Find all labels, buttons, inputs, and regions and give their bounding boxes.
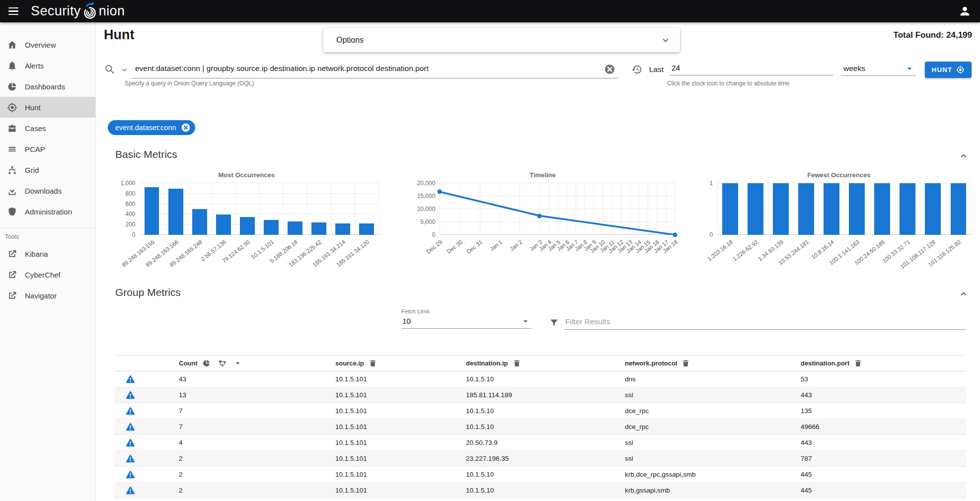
sidebar-item-overview[interactable]: Overview: [0, 34, 95, 55]
cell-destination-ip[interactable]: 185.81.114.189: [456, 391, 615, 399]
cell-source-ip[interactable]: 10.1.5.101: [325, 487, 456, 494]
warning-triangle-icon[interactable]: [125, 374, 136, 384]
warning-triangle-icon[interactable]: [125, 453, 136, 464]
table-row[interactable]: 410.1.5.10120.50.73.9ssl443: [114, 435, 966, 451]
warning-triangle-icon[interactable]: [125, 485, 136, 496]
cell-count[interactable]: 7: [169, 423, 325, 430]
bar-10.53.244.181[interactable]: [798, 183, 814, 235]
table-row[interactable]: 710.1.5.10110.1.5.10dce_rpc49666: [114, 419, 966, 435]
cell-network-protocol[interactable]: dce_rpc: [615, 423, 791, 430]
bar-1.226.62.92[interactable]: [748, 183, 763, 235]
cell-destination-ip[interactable]: 10.1.5.10: [456, 407, 615, 415]
sidebar-item-administration[interactable]: Administration: [0, 201, 95, 222]
bar-1.203.16.18[interactable]: [722, 183, 738, 235]
column-header-destination-ip[interactable]: destination.ip: [456, 359, 615, 367]
remove-column-icon[interactable]: [854, 359, 862, 367]
cell-network-protocol[interactable]: ssl: [615, 439, 791, 446]
cell-destination-ip[interactable]: 23.227.196.35: [456, 455, 615, 462]
cell-network-protocol[interactable]: krb,dce_rpc,gssapi,smb: [615, 471, 791, 478]
warning-triangle-icon[interactable]: [125, 422, 136, 432]
filter-results-input[interactable]: [564, 316, 966, 330]
sidebar-item-grid[interactable]: Grid: [0, 159, 95, 180]
cell-destination-port[interactable]: 443: [791, 391, 966, 399]
column-header-destination-port[interactable]: destination.port: [791, 359, 966, 367]
cell-count[interactable]: 7: [169, 407, 325, 415]
bar-5.188.206.18[interactable]: [288, 221, 302, 235]
bar-2.56.57.136[interactable]: [216, 215, 231, 235]
bar-1.34.93.139[interactable]: [773, 183, 789, 235]
sidebar-item-cases[interactable]: Cases: [0, 118, 95, 139]
cell-network-protocol[interactable]: ssl: [615, 455, 791, 462]
filter-chip[interactable]: event.dataset:conn: [108, 120, 195, 135]
bar-185.191.34.214[interactable]: [335, 223, 350, 235]
cell-destination-ip[interactable]: 10.1.5.10: [456, 471, 615, 478]
table-row[interactable]: 210.1.5.10110.1.5.10krb,dce_rpc,gssapi,s…: [114, 467, 966, 483]
user-account-icon[interactable]: [959, 5, 971, 17]
bar-101.116.125.80[interactable]: [951, 183, 967, 235]
hunt-button[interactable]: HUNT: [925, 62, 972, 78]
bar-89.248.163.155[interactable]: [145, 187, 159, 235]
bar-183.136.225.42[interactable]: [311, 222, 326, 235]
table-row[interactable]: 210.1.5.10110.1.5.10krb,gssapi,smb445: [114, 483, 966, 499]
cell-source-ip[interactable]: 10.1.5.101: [325, 423, 456, 430]
table-row[interactable]: 210.1.5.10123.227.196.35ssl787: [114, 451, 966, 467]
bar-79.124.62.90[interactable]: [240, 217, 255, 235]
remove-column-icon[interactable]: [513, 359, 521, 367]
cell-source-ip[interactable]: 10.1.5.101: [325, 391, 456, 399]
menu-icon[interactable]: [0, 7, 27, 15]
sidebar-item-pcap[interactable]: PCAP: [0, 139, 95, 159]
cell-destination-port[interactable]: 443: [791, 439, 966, 446]
cell-destination-ip[interactable]: 20.50.73.9: [456, 439, 615, 446]
cell-network-protocol[interactable]: dns: [615, 375, 791, 383]
column-header-network-protocol[interactable]: network.protocol: [615, 359, 791, 367]
sidebar-item-hunt[interactable]: Hunt: [0, 97, 95, 118]
sidebar-item-alerts[interactable]: Alerts: [0, 55, 95, 76]
cell-destination-port[interactable]: 787: [791, 455, 966, 462]
cell-destination-port[interactable]: 445: [791, 487, 966, 494]
remove-column-icon[interactable]: [369, 359, 377, 367]
warning-triangle-icon[interactable]: [125, 390, 136, 400]
cell-destination-ip[interactable]: 10.1.5.10: [456, 423, 615, 430]
fetch-limit-select[interactable]: 10: [401, 314, 531, 329]
cell-destination-port[interactable]: 445: [791, 471, 966, 478]
bar-10.8.16.14[interactable]: [824, 183, 839, 235]
cell-destination-port[interactable]: 53: [791, 375, 966, 383]
cell-destination-port[interactable]: 49666: [791, 423, 966, 430]
sidebar-tool-kibana[interactable]: Kibana: [0, 243, 95, 264]
cell-source-ip[interactable]: 10.1.5.101: [325, 471, 456, 478]
cell-count[interactable]: 2: [169, 471, 325, 478]
sidebar-tool-cyberchef[interactable]: CyberChef: [0, 264, 95, 285]
data-point-jan-3[interactable]: [537, 214, 542, 218]
cell-source-ip[interactable]: 10.1.5.101: [325, 407, 456, 415]
warning-triangle-icon[interactable]: [125, 406, 136, 416]
caret-down-icon[interactable]: [233, 359, 242, 367]
column-header-Count[interactable]: Count: [169, 359, 325, 368]
cell-source-ip[interactable]: 10.1.5.101: [325, 375, 456, 383]
table-row[interactable]: 710.1.5.10110.1.5.10dce_rpc135: [114, 403, 966, 419]
cell-count[interactable]: 43: [169, 375, 325, 383]
options-dropdown[interactable]: Options: [323, 28, 680, 52]
time-value-input[interactable]: [670, 64, 833, 75]
bar-100.33.32.71[interactable]: [900, 183, 915, 235]
collapse-basic-metrics-icon[interactable]: [958, 150, 969, 161]
cell-destination-ip[interactable]: 10.1.5.10: [456, 375, 615, 383]
bar-100.24.50.186[interactable]: [874, 183, 890, 235]
cell-source-ip[interactable]: 10.1.5.101: [325, 455, 456, 462]
bar-185.191.34.120[interactable]: [359, 223, 374, 235]
cell-destination-ip[interactable]: 10.1.5.10: [456, 487, 615, 494]
cell-network-protocol[interactable]: dce_rpc: [615, 407, 791, 415]
pie-chart-toggle-icon[interactable]: [202, 359, 211, 367]
sidebar-item-downloads[interactable]: Downloads: [0, 180, 95, 201]
collapse-group-metrics-icon[interactable]: [958, 288, 969, 299]
data-point-dec-29[interactable]: [438, 190, 442, 194]
table-row[interactable]: 4310.1.5.10110.1.5.10dns53: [114, 371, 966, 387]
clear-query-icon[interactable]: [604, 64, 615, 75]
query-input[interactable]: [131, 64, 617, 75]
cell-source-ip[interactable]: 10.1.5.101: [325, 439, 456, 446]
clock-history-icon[interactable]: [631, 64, 642, 75]
bar-100.1.141.163[interactable]: [849, 183, 865, 235]
chip-close-icon[interactable]: [181, 123, 191, 133]
sidebar-item-dashboards[interactable]: Dashboards: [0, 76, 95, 97]
cell-count[interactable]: 13: [169, 391, 325, 399]
cell-count[interactable]: 4: [169, 439, 325, 446]
